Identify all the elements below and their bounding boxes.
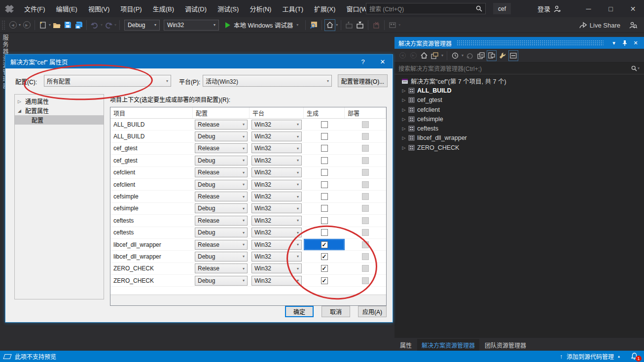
se-forward-icon[interactable]: ► [408, 50, 418, 61]
build-checkbox[interactable] [321, 169, 328, 176]
bottom-tab-解决方案资源管理器[interactable]: 解决方案资源管理器 [417, 339, 479, 351]
se-back-icon[interactable]: ◄ [397, 50, 407, 61]
cancel-build-icon[interactable] [371, 19, 382, 31]
row-platform-dropdown[interactable]: Win32▾ [251, 167, 302, 177]
search-icon[interactable] [476, 5, 482, 12]
build-checkbox[interactable]: ✓ [321, 265, 328, 272]
se-home-icon[interactable] [419, 50, 429, 61]
project-node-cefsimple[interactable]: ▷cefsimple [394, 114, 644, 124]
row-platform-dropdown[interactable]: Win32▾ [251, 192, 302, 201]
menu-item-D[interactable]: 调试(D) [179, 0, 212, 17]
row-platform-dropdown[interactable]: Win32▾ [251, 228, 302, 237]
menu-item-P[interactable]: 项目(P) [115, 0, 147, 17]
row-platform-dropdown[interactable]: Win32▾ [251, 216, 302, 226]
collapsed-arrow-icon[interactable]: ▷ [400, 126, 407, 131]
project-node-ALL_BUILD[interactable]: ▷ALL_BUILD [394, 86, 644, 95]
attach-to-process-icon[interactable] [308, 19, 319, 31]
panel-close-icon[interactable]: ✕ [630, 37, 641, 49]
open-folder-icon[interactable] [51, 19, 62, 31]
navigate-back-icon[interactable]: ◄ [7, 19, 18, 31]
row-config-dropdown[interactable]: Release▾ [195, 120, 248, 130]
row-config-dropdown[interactable]: Debug▾ [195, 276, 248, 286]
properties-wrench-icon[interactable] [498, 50, 507, 61]
apply-button[interactable]: 应用(A) [358, 306, 387, 317]
row-platform-dropdown[interactable]: Win32▾ [251, 120, 302, 130]
solution-root-node[interactable]: 解决方案"cef"(第 7 个项目, 共 7 个) [394, 76, 644, 86]
close-button[interactable]: ✕ [622, 0, 644, 17]
dialog-titlebar[interactable]: 解决方案"cef" 属性页 ? ✕ [5, 55, 393, 68]
window-position-dropdown-icon[interactable]: ▾ [608, 37, 619, 49]
row-config-dropdown[interactable]: Release▾ [195, 143, 248, 153]
pending-changes-filter-icon[interactable] [450, 50, 460, 61]
row-platform-dropdown[interactable]: Win32▾ [251, 132, 302, 141]
deploy-dropdown-icon[interactable]: ▾ [398, 23, 400, 27]
menu-item-V[interactable]: 视图(V) [83, 0, 115, 17]
project-node-libcef_dll_wrapper[interactable]: ▷libcef_dll_wrapper [394, 133, 644, 143]
menu-item-F[interactable]: 文件(F) [19, 0, 51, 17]
source-control-dropdown-icon[interactable]: ▴ [618, 354, 620, 359]
row-platform-dropdown[interactable]: Win32▾ [251, 252, 302, 262]
solution-platform-dropdown[interactable]: Win32▾ [164, 20, 219, 31]
start-debugging-button[interactable]: 本地 Windows 调试器 ▾ [221, 20, 303, 30]
build-checkbox[interactable]: ✓ [321, 277, 328, 284]
row-platform-dropdown[interactable]: Win32▾ [251, 276, 302, 286]
row-config-dropdown[interactable]: Debug▾ [195, 132, 248, 141]
row-config-dropdown[interactable]: Release▾ [195, 216, 248, 226]
new-project-dropdown-icon[interactable]: ▾ [49, 23, 51, 27]
save-icon[interactable] [62, 19, 73, 31]
deploy-icon[interactable] [387, 19, 398, 31]
row-platform-dropdown[interactable]: Win32▾ [251, 240, 302, 250]
home-icon[interactable] [324, 19, 335, 31]
build-checkbox[interactable] [321, 133, 328, 140]
menu-item-S[interactable]: 测试(S) [212, 0, 244, 17]
row-platform-dropdown[interactable]: Win32▾ [251, 180, 302, 190]
dialog-nav-item[interactable]: ▷通用属性 [15, 97, 104, 106]
row-config-dropdown[interactable]: Debug▾ [195, 156, 248, 165]
platform-dropdown[interactable]: 活动(Win32)▾ [203, 75, 332, 87]
build-checkbox[interactable]: ✓ [321, 253, 328, 260]
switch-views-icon[interactable] [430, 50, 440, 61]
collapsed-arrow-icon[interactable]: ▷ [400, 135, 407, 140]
pin-icon[interactable] [619, 37, 630, 49]
build-checkbox[interactable] [321, 229, 328, 236]
ok-button[interactable]: 确定 [285, 306, 314, 317]
build-checkbox[interactable] [321, 157, 328, 164]
save-all-icon[interactable] [73, 19, 84, 31]
undo-icon[interactable] [89, 19, 100, 31]
project-node-ZERO_CHECK[interactable]: ▷ZERO_CHECK [394, 143, 644, 152]
row-config-dropdown[interactable]: Release▾ [195, 263, 248, 273]
collapsed-arrow-icon[interactable]: ▷ [400, 145, 407, 150]
sync-with-active-document-icon[interactable] [465, 50, 475, 61]
row-platform-dropdown[interactable]: Win32▾ [251, 143, 302, 153]
row-config-dropdown[interactable]: Debug▾ [195, 228, 248, 237]
row-config-dropdown[interactable]: Release▾ [195, 240, 248, 250]
build-selection-icon[interactable] [344, 19, 355, 31]
build-checkbox[interactable] [321, 193, 328, 200]
menu-item-N[interactable]: 分析(N) [244, 0, 277, 17]
sign-in-button[interactable]: 登录 [534, 0, 565, 17]
feedback-icon[interactable] [629, 17, 637, 33]
collapsed-arrow-icon[interactable]: ▷ [400, 117, 407, 122]
build-checkbox[interactable] [321, 145, 328, 152]
build-checkbox[interactable]: ✓ [321, 241, 328, 248]
row-config-dropdown[interactable]: Debug▾ [195, 252, 248, 262]
live-share-button[interactable]: Live Share [579, 17, 620, 33]
collapsed-arrow-icon[interactable]: ▷ [400, 88, 407, 93]
notifications-bell-icon[interactable]: 1 [631, 353, 638, 360]
dialog-close-button[interactable]: ✕ [373, 55, 393, 68]
collapsed-arrow-icon[interactable]: ▷ [400, 107, 407, 112]
solution-explorer-titlebar[interactable]: 解决方案资源管理器 ▾ ✕ [394, 37, 644, 49]
navigate-back-dropdown-icon[interactable]: ▾ [19, 23, 21, 27]
toolbar-grip[interactable] [1, 20, 5, 30]
dialog-nav-item[interactable]: ◢配置属性 [15, 106, 104, 115]
build-solution-icon[interactable] [355, 19, 365, 31]
build-checkbox[interactable] [321, 181, 328, 188]
project-node-cef_gtest[interactable]: ▷cef_gtest [394, 96, 644, 105]
maximize-button[interactable]: □ [600, 0, 622, 17]
cancel-button[interactable]: 取消 [322, 306, 350, 317]
add-to-source-control-button[interactable]: 添加到源代码管理 [567, 352, 614, 361]
row-platform-dropdown[interactable]: Win32▾ [251, 203, 302, 213]
configuration-manager-button[interactable]: 配置管理器(O)... [338, 74, 388, 87]
bottom-tab-团队资源管理器[interactable]: 团队资源管理器 [480, 339, 531, 351]
quick-search-box[interactable]: 搜索 (Ctrl+Q) [366, 3, 486, 14]
